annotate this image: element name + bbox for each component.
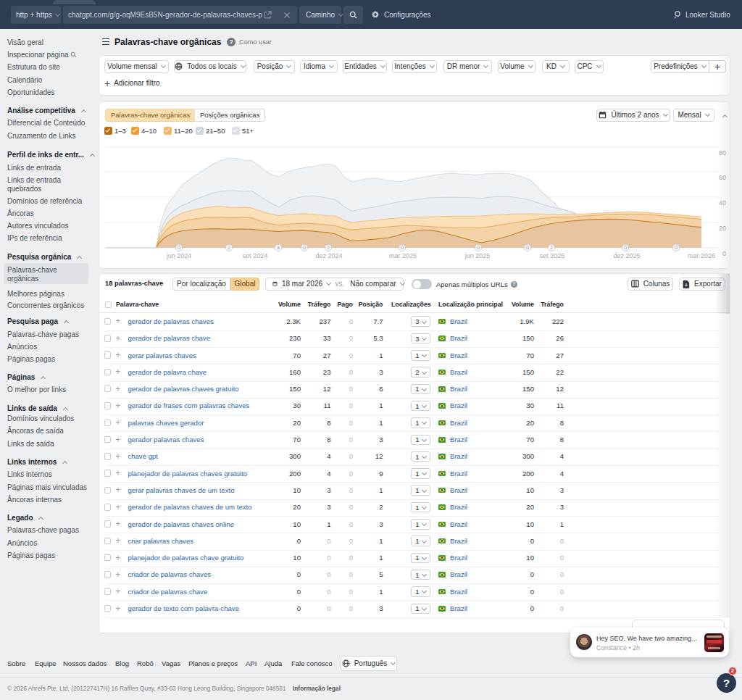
svg-text:G: G	[674, 245, 678, 250]
svg-text:jun 2025: jun 2025	[464, 252, 491, 259]
svg-text:G: G	[623, 245, 627, 250]
svg-text:G: G	[476, 245, 480, 250]
svg-text:2: 2	[228, 245, 230, 250]
svg-text:dez 2024: dez 2024	[315, 252, 342, 259]
svg-text:2: 2	[550, 245, 553, 250]
svg-text:mar 2026: mar 2026	[688, 252, 715, 259]
svg-text:G: G	[400, 245, 404, 250]
svg-text:G: G	[177, 245, 180, 250]
svg-text:2: 2	[327, 245, 330, 250]
svg-text:set 2025: set 2025	[540, 252, 565, 259]
svg-text:set 2024: set 2024	[243, 252, 268, 259]
svg-text:mar 2025: mar 2025	[389, 252, 417, 259]
svg-text:G: G	[525, 245, 529, 250]
svg-text:dez 2025: dez 2025	[613, 252, 640, 259]
svg-text:jun 2024: jun 2024	[166, 252, 192, 259]
svg-text:G: G	[302, 245, 306, 250]
svg-text:a: a	[277, 245, 280, 250]
